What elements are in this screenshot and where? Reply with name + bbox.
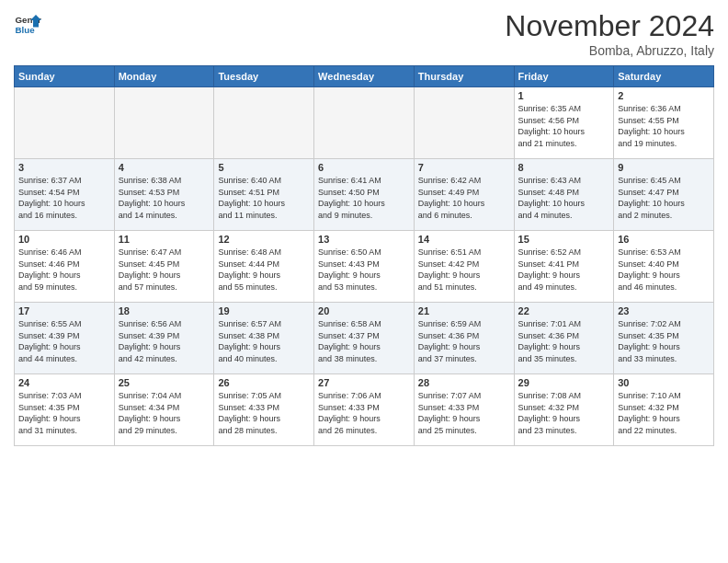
calendar-cell: 6Sunrise: 6:41 AM Sunset: 4:50 PM Daylig…	[314, 159, 415, 231]
day-info: Sunrise: 6:37 AM Sunset: 4:54 PM Dayligh…	[18, 175, 110, 221]
day-info: Sunrise: 7:10 AM Sunset: 4:32 PM Dayligh…	[618, 390, 710, 436]
day-info: Sunrise: 7:03 AM Sunset: 4:35 PM Dayligh…	[18, 390, 110, 436]
calendar-cell: 22Sunrise: 7:01 AM Sunset: 4:36 PM Dayli…	[514, 303, 614, 374]
calendar-cell: 10Sunrise: 6:46 AM Sunset: 4:46 PM Dayli…	[15, 231, 115, 303]
header-saturday: Saturday	[614, 66, 714, 87]
calendar-week-row: 10Sunrise: 6:46 AM Sunset: 4:46 PM Dayli…	[15, 231, 714, 303]
calendar-week-row: 24Sunrise: 7:03 AM Sunset: 4:35 PM Dayli…	[15, 374, 714, 446]
day-number: 12	[218, 234, 310, 245]
header: General Blue November 2024 Bomba, Abruzz…	[14, 9, 714, 58]
day-number: 4	[119, 162, 210, 173]
day-info: Sunrise: 7:08 AM Sunset: 4:32 PM Dayligh…	[518, 390, 610, 436]
day-number: 19	[218, 305, 310, 316]
calendar-cell: 17Sunrise: 6:55 AM Sunset: 4:39 PM Dayli…	[15, 303, 115, 374]
day-info: Sunrise: 6:35 AM Sunset: 4:56 PM Dayligh…	[518, 103, 610, 149]
calendar-cell: 3Sunrise: 6:37 AM Sunset: 4:54 PM Daylig…	[15, 159, 115, 231]
day-number: 8	[518, 162, 610, 173]
calendar-cell: 18Sunrise: 6:56 AM Sunset: 4:39 PM Dayli…	[114, 303, 214, 374]
calendar-cell: 26Sunrise: 7:05 AM Sunset: 4:33 PM Dayli…	[214, 374, 314, 446]
header-tuesday: Tuesday	[214, 66, 314, 87]
calendar-cell: 19Sunrise: 6:57 AM Sunset: 4:38 PM Dayli…	[214, 303, 314, 374]
calendar-week-row: 3Sunrise: 6:37 AM Sunset: 4:54 PM Daylig…	[15, 159, 714, 231]
day-info: Sunrise: 6:38 AM Sunset: 4:53 PM Dayligh…	[119, 175, 210, 221]
calendar-cell: 12Sunrise: 6:48 AM Sunset: 4:44 PM Dayli…	[214, 231, 314, 303]
calendar-cell: 21Sunrise: 6:59 AM Sunset: 4:36 PM Dayli…	[414, 303, 514, 374]
day-info: Sunrise: 6:53 AM Sunset: 4:40 PM Dayligh…	[618, 247, 710, 293]
subtitle: Bomba, Abruzzo, Italy	[505, 43, 714, 58]
calendar-cell: 27Sunrise: 7:06 AM Sunset: 4:33 PM Dayli…	[314, 374, 415, 446]
day-info: Sunrise: 6:57 AM Sunset: 4:38 PM Dayligh…	[218, 318, 310, 364]
svg-text:Blue: Blue	[16, 25, 36, 35]
calendar-cell	[214, 87, 314, 159]
day-number: 3	[18, 162, 110, 173]
day-info: Sunrise: 7:04 AM Sunset: 4:34 PM Dayligh…	[119, 390, 210, 436]
day-number: 25	[119, 377, 210, 388]
day-info: Sunrise: 6:41 AM Sunset: 4:50 PM Dayligh…	[318, 175, 410, 221]
day-number: 27	[318, 377, 410, 388]
calendar-cell: 11Sunrise: 6:47 AM Sunset: 4:45 PM Dayli…	[114, 231, 214, 303]
calendar-cell: 14Sunrise: 6:51 AM Sunset: 4:42 PM Dayli…	[414, 231, 514, 303]
day-number: 15	[518, 234, 610, 245]
calendar-cell: 25Sunrise: 7:04 AM Sunset: 4:34 PM Dayli…	[114, 374, 214, 446]
day-number: 20	[318, 305, 410, 316]
day-number: 7	[418, 162, 510, 173]
calendar-cell: 13Sunrise: 6:50 AM Sunset: 4:43 PM Dayli…	[314, 231, 415, 303]
calendar-cell: 23Sunrise: 7:02 AM Sunset: 4:35 PM Dayli…	[614, 303, 714, 374]
header-monday: Monday	[114, 66, 214, 87]
day-info: Sunrise: 6:48 AM Sunset: 4:44 PM Dayligh…	[218, 247, 310, 293]
header-wednesday: Wednesday	[314, 66, 415, 87]
day-number: 22	[518, 305, 610, 316]
calendar-cell: 28Sunrise: 7:07 AM Sunset: 4:33 PM Dayli…	[414, 374, 514, 446]
calendar-cell: 1Sunrise: 6:35 AM Sunset: 4:56 PM Daylig…	[514, 87, 614, 159]
calendar-table: Sunday Monday Tuesday Wednesday Thursday…	[14, 65, 714, 446]
calendar-week-row: 17Sunrise: 6:55 AM Sunset: 4:39 PM Dayli…	[15, 303, 714, 374]
header-sunday: Sunday	[15, 66, 115, 87]
day-info: Sunrise: 6:59 AM Sunset: 4:36 PM Dayligh…	[418, 318, 510, 364]
day-info: Sunrise: 7:06 AM Sunset: 4:33 PM Dayligh…	[318, 390, 410, 436]
day-number: 1	[518, 90, 610, 101]
calendar-cell: 4Sunrise: 6:38 AM Sunset: 4:53 PM Daylig…	[114, 159, 214, 231]
calendar-cell: 15Sunrise: 6:52 AM Sunset: 4:41 PM Dayli…	[514, 231, 614, 303]
header-friday: Friday	[514, 66, 614, 87]
calendar-cell: 24Sunrise: 7:03 AM Sunset: 4:35 PM Dayli…	[15, 374, 115, 446]
calendar-week-row: 1Sunrise: 6:35 AM Sunset: 4:56 PM Daylig…	[15, 87, 714, 159]
day-number: 13	[318, 234, 410, 245]
day-number: 5	[218, 162, 310, 173]
day-number: 29	[518, 377, 610, 388]
day-info: Sunrise: 6:50 AM Sunset: 4:43 PM Dayligh…	[318, 247, 410, 293]
day-number: 28	[418, 377, 510, 388]
day-info: Sunrise: 7:07 AM Sunset: 4:33 PM Dayligh…	[418, 390, 510, 436]
day-number: 10	[18, 234, 110, 245]
day-number: 26	[218, 377, 310, 388]
day-info: Sunrise: 6:40 AM Sunset: 4:51 PM Dayligh…	[218, 175, 310, 221]
day-number: 9	[618, 162, 710, 173]
day-number: 16	[618, 234, 710, 245]
calendar-cell: 2Sunrise: 6:36 AM Sunset: 4:55 PM Daylig…	[614, 87, 714, 159]
calendar-container: General Blue November 2024 Bomba, Abruzz…	[0, 0, 728, 451]
day-info: Sunrise: 6:52 AM Sunset: 4:41 PM Dayligh…	[518, 247, 610, 293]
calendar-cell: 16Sunrise: 6:53 AM Sunset: 4:40 PM Dayli…	[614, 231, 714, 303]
day-number: 30	[618, 377, 710, 388]
logo-icon: General Blue	[14, 9, 41, 37]
day-number: 23	[618, 305, 710, 316]
calendar-cell: 7Sunrise: 6:42 AM Sunset: 4:49 PM Daylig…	[414, 159, 514, 231]
calendar-cell: 20Sunrise: 6:58 AM Sunset: 4:37 PM Dayli…	[314, 303, 415, 374]
month-title: November 2024	[505, 9, 714, 43]
day-info: Sunrise: 6:45 AM Sunset: 4:47 PM Dayligh…	[618, 175, 710, 221]
calendar-cell: 9Sunrise: 6:45 AM Sunset: 4:47 PM Daylig…	[614, 159, 714, 231]
day-info: Sunrise: 7:05 AM Sunset: 4:33 PM Dayligh…	[218, 390, 310, 436]
day-number: 17	[18, 305, 110, 316]
day-info: Sunrise: 6:42 AM Sunset: 4:49 PM Dayligh…	[418, 175, 510, 221]
calendar-cell: 5Sunrise: 6:40 AM Sunset: 4:51 PM Daylig…	[214, 159, 314, 231]
day-number: 21	[418, 305, 510, 316]
day-info: Sunrise: 7:01 AM Sunset: 4:36 PM Dayligh…	[518, 318, 610, 364]
logo: General Blue	[14, 9, 41, 37]
day-number: 11	[119, 234, 210, 245]
calendar-cell: 30Sunrise: 7:10 AM Sunset: 4:32 PM Dayli…	[614, 374, 714, 446]
day-info: Sunrise: 6:46 AM Sunset: 4:46 PM Dayligh…	[18, 247, 110, 293]
header-thursday: Thursday	[414, 66, 514, 87]
day-info: Sunrise: 6:55 AM Sunset: 4:39 PM Dayligh…	[18, 318, 110, 364]
day-info: Sunrise: 7:02 AM Sunset: 4:35 PM Dayligh…	[618, 318, 710, 364]
day-number: 6	[318, 162, 410, 173]
calendar-cell: 29Sunrise: 7:08 AM Sunset: 4:32 PM Dayli…	[514, 374, 614, 446]
